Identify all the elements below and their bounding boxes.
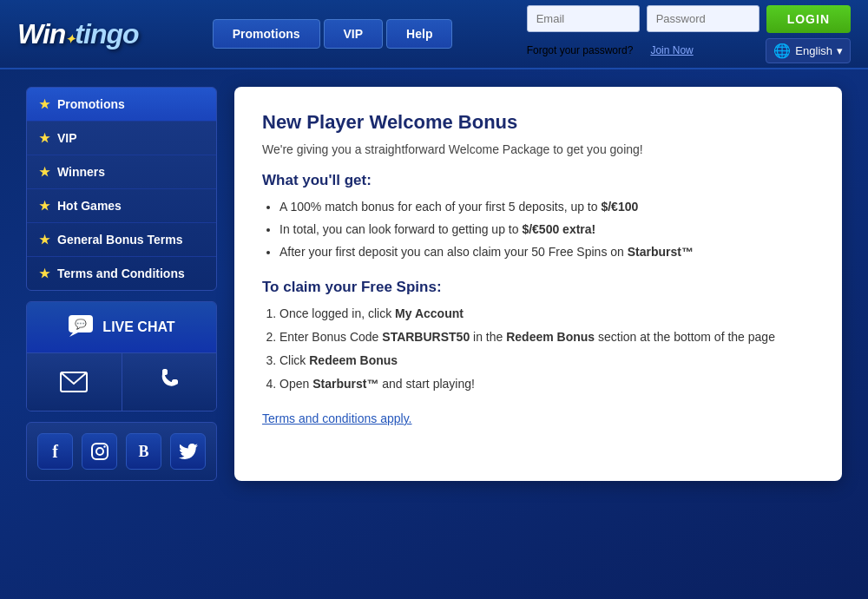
content-subtitle: We're giving you a straightforward Welco… [262, 142, 814, 156]
sidebar-chat-section: 💬 LIVE CHAT [26, 301, 217, 411]
sidebar-item-terms[interactable]: ★ Terms and Conditions [27, 257, 216, 290]
svg-text:💬: 💬 [75, 318, 87, 330]
forgot-password-link[interactable]: Forgot your password? [527, 44, 634, 56]
sidebar-item-label: General Bonus Terms [57, 233, 182, 247]
phone-contact-button[interactable] [122, 353, 217, 411]
live-chat-button[interactable]: 💬 LIVE CHAT [27, 302, 216, 353]
svg-point-5 [96, 448, 103, 455]
list-item: Once logged in, click My Account [279, 305, 814, 323]
sidebar-item-winners[interactable]: ★ Winners [27, 155, 216, 189]
content-title: New Player Welcome Bonus [262, 111, 814, 134]
svg-point-6 [103, 445, 105, 447]
language-selector[interactable]: 🌐 English ▾ [766, 38, 851, 63]
sidebar-item-general-bonus[interactable]: ★ General Bonus Terms [27, 223, 216, 257]
what-youll-get-title: What you'll get: [262, 172, 814, 189]
nav-vip-button[interactable]: VIP [324, 19, 384, 49]
nav-promotions-button[interactable]: Promotions [213, 19, 320, 49]
list-item: Click Redeem Bonus [279, 352, 814, 370]
nav-help-button[interactable]: Help [386, 19, 452, 49]
live-chat-label: LIVE CHAT [102, 319, 174, 335]
logo: Win✦tingo [17, 18, 139, 50]
join-now-link[interactable]: Join Now [650, 44, 693, 56]
sidebar-menu: ★ Promotions ★ VIP ★ Winners ★ Hot Games… [26, 87, 217, 291]
chat-bubble-icon: 💬 [68, 314, 94, 340]
sidebar-item-label: VIP [57, 131, 77, 145]
header-auth-row: LOGIN [527, 5, 851, 33]
free-spins-title: To claim your Free Spins: [262, 279, 814, 296]
email-contact-button[interactable] [27, 353, 122, 411]
language-label: English [795, 44, 832, 57]
phone-icon [159, 369, 180, 395]
list-item: After your first deposit you can also cl… [279, 243, 814, 261]
twitter-icon [179, 444, 198, 459]
facebook-button[interactable]: f [37, 433, 73, 470]
star-icon: ★ [39, 97, 50, 111]
contact-icons-row [27, 353, 216, 411]
sidebar-item-label: Hot Games [57, 199, 122, 213]
social-media-section: f B [26, 422, 217, 481]
terms-link[interactable]: Terms and conditions apply. [262, 411, 412, 425]
header-right: LOGIN Forgot your password? Join Now 🌐 E… [527, 5, 851, 63]
sidebar-item-promotions[interactable]: ★ Promotions [27, 88, 216, 122]
header-links-row: Forgot your password? Join Now 🌐 English… [527, 38, 851, 63]
speech-bubble-icon: 💬 [68, 314, 94, 337]
benefits-list: A 100% match bonus for each of your firs… [262, 198, 814, 261]
logo-tingo: tingo [75, 18, 138, 49]
svg-marker-1 [69, 332, 78, 337]
blogger-button[interactable]: B [126, 433, 161, 470]
list-item: Open Starburst™ and start playing! [279, 375, 814, 393]
sidebar-item-label: Winners [57, 165, 105, 179]
sidebar-item-label: Terms and Conditions [57, 267, 185, 280]
nav-bar: Promotions VIP Help [213, 19, 453, 49]
list-item: In total, you can look forward to gettin… [279, 221, 814, 239]
envelope-icon [60, 372, 88, 392]
star-icon: ★ [39, 199, 50, 213]
star-icon: ★ [39, 165, 50, 179]
password-field[interactable] [647, 5, 760, 32]
twitter-button[interactable] [170, 433, 206, 470]
flag-icon: 🌐 [773, 43, 791, 59]
list-item: Enter Bonus Code STARBURST50 in the Rede… [279, 328, 814, 346]
list-item: A 100% match bonus for each of your firs… [279, 198, 814, 216]
star-icon: ★ [39, 233, 50, 247]
star-icon: ★ [39, 131, 50, 145]
sidebar-item-hot-games[interactable]: ★ Hot Games [27, 189, 216, 223]
email-field[interactable] [527, 5, 640, 32]
header: Win✦tingo Promotions VIP Help LOGIN Forg… [0, 0, 868, 69]
instagram-icon [90, 442, 109, 461]
content-area: New Player Welcome Bonus We're giving yo… [234, 87, 842, 481]
instagram-button[interactable] [82, 433, 117, 470]
sidebar: ★ Promotions ★ VIP ★ Winners ★ Hot Games… [26, 87, 217, 481]
logo-win: Win [17, 18, 65, 49]
sidebar-item-vip[interactable]: ★ VIP [27, 122, 216, 155]
steps-list: Once logged in, click My Account Enter B… [262, 305, 814, 393]
main-content: ★ Promotions ★ VIP ★ Winners ★ Hot Games… [0, 69, 868, 498]
sidebar-item-label: Promotions [57, 97, 125, 111]
chevron-down-icon: ▾ [837, 44, 843, 57]
star-icon: ★ [39, 267, 50, 280]
login-button[interactable]: LOGIN [766, 5, 851, 33]
